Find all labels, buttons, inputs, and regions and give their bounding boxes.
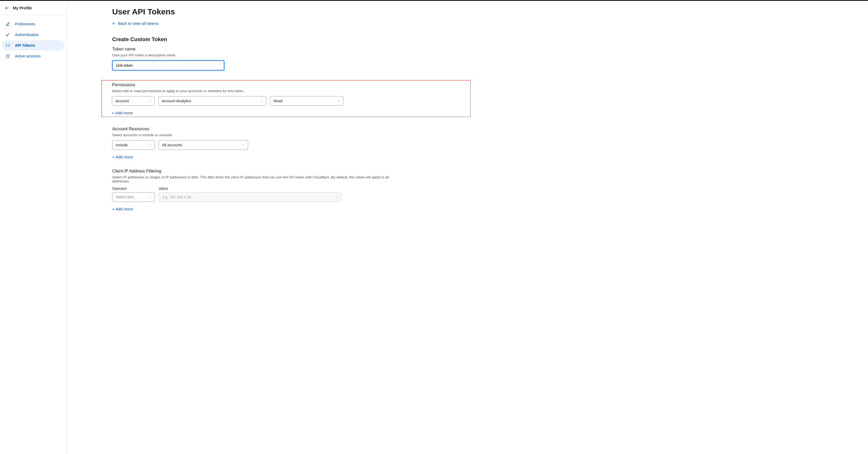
account-resources-desc: Select accounts to include or exclude. <box>112 133 401 137</box>
sidebar-item-label: Authentication <box>15 33 39 37</box>
caret-down-icon <box>149 100 151 102</box>
permissions-add-more[interactable]: + Add more <box>112 111 133 115</box>
permissions-level-select[interactable]: Read <box>270 96 343 106</box>
ip-filter-label: Client IP Address Filtering <box>112 169 401 174</box>
sidebar-item-active-sessions[interactable]: Active sessions <box>2 51 64 61</box>
permissions-scope-select[interactable]: Account <box>112 96 155 106</box>
ip-filter-desc: Select IP addresses or ranges of IP addr… <box>112 175 401 183</box>
account-resources-label: Account Resources <box>112 127 401 131</box>
page-title: User API Tokens <box>112 7 401 16</box>
add-more-label: Add more <box>116 155 133 159</box>
select-placeholder: Select item... <box>116 195 137 199</box>
pencil-icon <box>5 22 10 26</box>
ip-operator-label: Operator <box>112 186 155 191</box>
arrow-left-icon <box>112 22 116 25</box>
caret-down-icon <box>242 144 245 146</box>
permissions-desc: Select edit or read permissions to apply… <box>112 89 460 93</box>
key-icon <box>5 32 10 37</box>
sidebar-item-api-tokens[interactable]: API Tokens <box>2 40 64 51</box>
plus-icon: + <box>112 111 114 115</box>
sidebar-nav: Preferences Authentication API Tokens Ac… <box>0 15 66 65</box>
clock-icon <box>5 54 10 59</box>
sidebar-item-label: Active sessions <box>15 54 40 58</box>
select-value: Account <box>115 99 129 103</box>
arrow-left-icon <box>5 6 9 10</box>
caret-down-icon <box>149 196 151 199</box>
token-name-section: Token name Give your API token a descrip… <box>112 47 401 70</box>
permissions-label: Permissions <box>112 83 460 87</box>
caret-down-icon <box>260 100 263 102</box>
add-more-label: Add more <box>116 207 133 211</box>
ip-filter-add-more[interactable]: + Add more <box>112 207 133 211</box>
sidebar-header[interactable]: My Profile <box>0 1 66 15</box>
select-value: Read <box>274 99 282 103</box>
caret-down-icon <box>337 100 340 102</box>
ip-operator-select[interactable]: Select item... <box>112 192 155 202</box>
sidebar-item-label: API Tokens <box>15 43 35 48</box>
token-name-label: Token name <box>112 47 401 52</box>
select-value: All accounts <box>162 143 182 147</box>
ip-value-label: Value <box>159 186 341 191</box>
sidebar-item-label: Preferences <box>15 22 35 26</box>
back-link[interactable]: Back to view all tokens <box>112 21 159 26</box>
sidebar-item-preferences[interactable]: Preferences <box>2 19 64 29</box>
sidebar-item-authentication[interactable]: Authentication <box>2 30 64 40</box>
permissions-resource-select[interactable]: Account Analytics <box>158 96 266 106</box>
account-resources-add-more[interactable]: + Add more <box>112 155 133 159</box>
ip-value-input[interactable] <box>159 192 341 202</box>
caret-down-icon <box>149 144 151 146</box>
token-name-input[interactable] <box>112 60 224 70</box>
permissions-highlight: Permissions Select edit or read permissi… <box>101 80 471 117</box>
select-value: Include <box>116 143 128 147</box>
account-resources-section: Account Resources Select accounts to inc… <box>112 127 401 159</box>
sidebar: My Profile Preferences Authentication AP… <box>0 1 67 454</box>
braces-icon <box>5 43 10 48</box>
sidebar-title: My Profile <box>13 6 32 10</box>
add-more-label: Add more <box>115 111 133 115</box>
create-token-heading: Create Custom Token <box>112 36 401 42</box>
account-resources-mode-select[interactable]: Include <box>112 140 155 150</box>
ip-filter-section: Client IP Address Filtering Select IP ad… <box>112 169 401 211</box>
main-content: User API Tokens Back to view all tokens … <box>67 1 414 454</box>
token-name-desc: Give your API token a descriptive name. <box>112 53 401 57</box>
back-link-label: Back to view all tokens <box>118 21 159 26</box>
account-resources-target-select[interactable]: All accounts <box>159 140 248 150</box>
caret-down-icon <box>336 196 338 199</box>
plus-icon: + <box>112 155 115 159</box>
select-value: Account Analytics <box>162 99 191 103</box>
plus-icon: + <box>112 207 115 211</box>
